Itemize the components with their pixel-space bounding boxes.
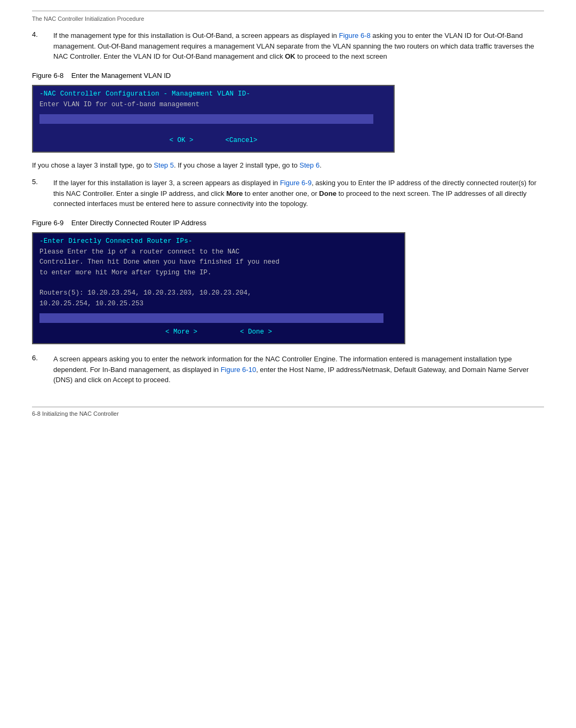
terminal-9-input[interactable] bbox=[39, 313, 383, 323]
step5-bold1: More bbox=[226, 189, 243, 197]
terminal-8-ok-button[interactable]: < OK > bbox=[169, 137, 193, 144]
step4-bold1: OK bbox=[285, 52, 295, 60]
step-6-content: A screen appears asking you to enter the… bbox=[53, 354, 544, 385]
terminal-8-input-row bbox=[39, 114, 387, 124]
inline-text3: . bbox=[319, 161, 322, 169]
figure-9-terminal: -Enter Directly Connected Router IPs- Pl… bbox=[32, 232, 405, 344]
terminal-9-line3: to enter more hit More after typing the … bbox=[39, 268, 398, 278]
step-5-block: 5. If the layer for this installation is… bbox=[32, 178, 544, 209]
terminal-8-body: Enter VLAN ID for out-of-band management bbox=[39, 100, 387, 110]
step-6-number: 6. bbox=[32, 354, 53, 385]
terminal-8-cancel-button[interactable]: <Cancel> bbox=[226, 137, 258, 144]
figure-8-terminal: -NAC Controller Configuration - Manageme… bbox=[32, 85, 395, 153]
page-footer: 6-8 Initializing the NAC Controller bbox=[32, 407, 544, 417]
step4-link1[interactable]: Figure 6-8 bbox=[339, 31, 370, 39]
terminal-9-line2: Controller. Then hit Done when you have … bbox=[39, 257, 398, 267]
step-4-content: If the management type for this installa… bbox=[53, 30, 544, 62]
figure-8-label: Figure 6-8 Enter the Management VLAN ID bbox=[32, 72, 544, 80]
terminal-9-input-row bbox=[39, 313, 398, 323]
inline-text1: If you chose a layer 3 install type, go … bbox=[32, 161, 154, 169]
terminal-9-line1: Please Enter the ip of a router connect … bbox=[39, 247, 398, 257]
step5-link1[interactable]: Figure 6-9 bbox=[280, 179, 311, 187]
inline-text2: . If you chose a layer 2 install type, g… bbox=[174, 161, 300, 169]
terminal-9-line6: 10.20.25.254, 10.20.25.253 bbox=[39, 299, 398, 309]
inline-link2[interactable]: Step 6 bbox=[300, 161, 320, 169]
terminal-8-buttons: < OK > <Cancel> bbox=[39, 137, 387, 146]
step-6-block: 6. A screen appears asking you to enter … bbox=[32, 354, 544, 385]
page-header: The NAC Controller Initialization Proced… bbox=[32, 15, 544, 22]
figure-9-label: Figure 6-9 Enter Directly Connected Rout… bbox=[32, 219, 544, 227]
step5-text1: If the layer for this installation is la… bbox=[53, 179, 280, 187]
inline-step4-text: If you chose a layer 3 install type, go … bbox=[32, 160, 544, 171]
terminal-9-title: -Enter Directly Connected Router IPs- bbox=[39, 238, 398, 245]
step-5-content: If the layer for this installation is la… bbox=[53, 178, 544, 209]
step-5-number: 5. bbox=[32, 178, 53, 209]
step5-text3: to enter another one, or bbox=[243, 189, 319, 197]
terminal-9-line4 bbox=[39, 278, 398, 288]
step4-text1: If the management type for this installa… bbox=[53, 31, 339, 39]
step5-bold2: Done bbox=[319, 189, 337, 197]
footer-left: 6-8 Initializing the NAC Controller bbox=[32, 410, 119, 417]
terminal-9-done-button[interactable]: < Done > bbox=[240, 328, 272, 336]
header-divider bbox=[32, 11, 544, 11]
terminal-9-line5: Routers(5): 10.20.23.254, 10.20.23.203, … bbox=[39, 288, 398, 298]
terminal-8-title: -NAC Controller Configuration - Manageme… bbox=[39, 90, 387, 98]
terminal-9-buttons: < More > < Done > bbox=[39, 328, 398, 338]
inline-link1[interactable]: Step 5 bbox=[154, 161, 174, 169]
step6-link1[interactable]: Figure 6-10 bbox=[221, 366, 256, 374]
step4-text3: to proceed to the next screen bbox=[295, 52, 387, 60]
terminal-9-body: Please Enter the ip of a router connect … bbox=[39, 247, 398, 309]
step-4-block: 4. If the management type for this insta… bbox=[32, 30, 544, 62]
step-4-number: 4. bbox=[32, 30, 53, 62]
terminal-9-more-button[interactable]: < More > bbox=[165, 328, 197, 336]
terminal-8-input[interactable] bbox=[39, 114, 373, 124]
